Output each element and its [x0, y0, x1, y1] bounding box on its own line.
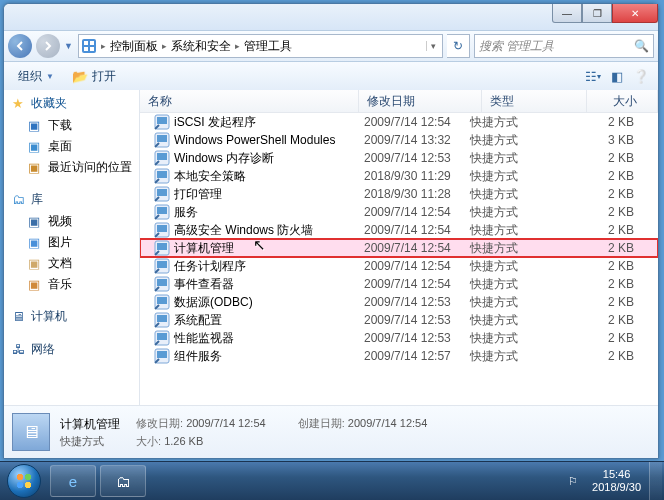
- toolbar: 组织▼ 📂 打开 ☷▾ ◧ ❔: [4, 62, 658, 91]
- taskbar[interactable]: e 🗂 ⚐ 15:46 2018/9/30: [0, 461, 664, 500]
- shortcut-icon: [154, 240, 170, 256]
- breadcrumb-item[interactable]: 控制面板: [110, 38, 158, 55]
- documents-icon: ▣: [26, 256, 42, 272]
- organize-button[interactable]: 组织▼: [10, 65, 62, 88]
- sidebar-item[interactable]: ▣文档: [4, 253, 139, 274]
- col-name[interactable]: 名称: [140, 90, 359, 112]
- computer-icon: 🖥: [10, 309, 26, 325]
- details-icon: 🖥: [12, 413, 50, 451]
- sidebar-item[interactable]: ▣下载: [4, 115, 139, 136]
- svg-rect-8: [157, 135, 167, 142]
- breadcrumb-item[interactable]: 系统和安全: [171, 38, 231, 55]
- network-icon: 🖧: [10, 342, 26, 358]
- forward-button[interactable]: [36, 34, 60, 58]
- svg-rect-28: [157, 315, 167, 322]
- col-size[interactable]: 大小: [587, 90, 658, 112]
- help-button[interactable]: ❔: [630, 65, 652, 87]
- file-row[interactable]: Windows PowerShell Modules2009/7/14 13:3…: [140, 131, 658, 149]
- breadcrumb-item[interactable]: 管理工具: [244, 38, 292, 55]
- sidebar: ★ 收藏夹 ▣下载▣桌面▣最近访问的位置 🗂 库 ▣视频▣图片▣文档▣音乐 🖥 …: [4, 90, 140, 412]
- download-icon: ▣: [26, 118, 42, 134]
- open-button[interactable]: 📂 打开: [64, 65, 124, 88]
- view-options-button[interactable]: ☷▾: [582, 65, 604, 87]
- maximize-button[interactable]: ❐: [582, 4, 612, 23]
- svg-rect-32: [157, 351, 167, 358]
- minimize-button[interactable]: —: [552, 4, 582, 23]
- file-row[interactable]: 打印管理2018/9/30 11:28快捷方式2 KB: [140, 185, 658, 203]
- address-bar[interactable]: ▸ 控制面板 ▸ 系统和安全 ▸ 管理工具 ▾: [78, 34, 443, 58]
- file-row[interactable]: 计算机管理2009/7/14 12:54快捷方式2 KB: [140, 239, 658, 257]
- search-icon[interactable]: 🔍: [634, 39, 649, 53]
- svg-rect-10: [157, 153, 167, 160]
- shortcut-icon: [154, 114, 170, 130]
- open-icon: 📂: [72, 68, 88, 84]
- svg-rect-16: [157, 207, 167, 214]
- shortcut-icon: [154, 330, 170, 346]
- file-row[interactable]: 组件服务2009/7/14 12:57快捷方式2 KB: [140, 347, 658, 365]
- file-row[interactable]: 性能监视器2009/7/14 12:53快捷方式2 KB: [140, 329, 658, 347]
- pictures-icon: ▣: [26, 235, 42, 251]
- file-row[interactable]: 任务计划程序2009/7/14 12:54快捷方式2 KB: [140, 257, 658, 275]
- nav-history-dropdown[interactable]: ▼: [64, 41, 74, 51]
- file-row[interactable]: 本地安全策略2018/9/30 11:29快捷方式2 KB: [140, 167, 658, 185]
- sidebar-network[interactable]: 🖧 网络: [4, 338, 139, 361]
- sidebar-item[interactable]: ▣音乐: [4, 274, 139, 295]
- svg-rect-26: [157, 297, 167, 304]
- start-button[interactable]: [0, 462, 48, 500]
- col-type[interactable]: 类型: [482, 90, 587, 112]
- taskbar-ie[interactable]: e: [50, 465, 96, 497]
- sidebar-item[interactable]: ▣视频: [4, 211, 139, 232]
- details-type: 快捷方式: [60, 434, 120, 449]
- taskbar-explorer[interactable]: 🗂: [100, 465, 146, 497]
- close-button[interactable]: ✕: [612, 4, 658, 23]
- nav-bar: ▼ ▸ 控制面板 ▸ 系统和安全 ▸ 管理工具 ▾ ↻ 搜索 管理工具 🔍: [4, 31, 658, 62]
- search-input[interactable]: 搜索 管理工具 🔍: [474, 34, 654, 58]
- shortcut-icon: [154, 258, 170, 274]
- titlebar[interactable]: — ❐ ✕: [4, 4, 658, 31]
- address-dropdown[interactable]: ▾: [426, 41, 440, 51]
- favorites-icon: ★: [10, 96, 26, 112]
- tray-flag-icon[interactable]: ⚐: [562, 475, 584, 488]
- details-pane: 🖥 计算机管理 修改日期: 2009/7/14 12:54 创建日期: 2009…: [4, 405, 658, 458]
- sidebar-favorites-header[interactable]: ★ 收藏夹: [4, 92, 139, 115]
- desktop-icon: ▣: [26, 139, 42, 155]
- show-desktop-button[interactable]: [649, 462, 662, 500]
- sidebar-item[interactable]: ▣图片: [4, 232, 139, 253]
- preview-pane-button[interactable]: ◧: [606, 65, 628, 87]
- svg-rect-30: [157, 333, 167, 340]
- shortcut-icon: [154, 150, 170, 166]
- file-row[interactable]: 系统配置2009/7/14 12:53快捷方式2 KB: [140, 311, 658, 329]
- shortcut-icon: [154, 348, 170, 364]
- file-row[interactable]: 事件查看器2009/7/14 12:54快捷方式2 KB: [140, 275, 658, 293]
- file-row[interactable]: Windows 内存诊断2009/7/14 12:53快捷方式2 KB: [140, 149, 658, 167]
- svg-rect-14: [157, 189, 167, 196]
- file-list: 名称 修改日期 类型 大小 iSCSI 发起程序2009/7/14 12:54快…: [140, 90, 658, 412]
- back-button[interactable]: [8, 34, 32, 58]
- svg-rect-3: [84, 47, 88, 51]
- sidebar-item[interactable]: ▣最近访问的位置: [4, 157, 139, 178]
- svg-rect-4: [90, 47, 94, 51]
- svg-rect-24: [157, 279, 167, 286]
- shortcut-icon: [154, 132, 170, 148]
- explorer-window: — ❐ ✕ ▼ ▸ 控制面板 ▸ 系统和安全 ▸ 管理工具 ▾ ↻ 搜索 管理工…: [3, 3, 659, 459]
- sidebar-computer[interactable]: 🖥 计算机: [4, 305, 139, 328]
- shortcut-icon: [154, 204, 170, 220]
- control-panel-icon: [81, 38, 97, 54]
- sidebar-libraries-header[interactable]: 🗂 库: [4, 188, 139, 211]
- svg-rect-12: [157, 171, 167, 178]
- sidebar-item[interactable]: ▣桌面: [4, 136, 139, 157]
- file-row[interactable]: 数据源(ODBC)2009/7/14 12:53快捷方式2 KB: [140, 293, 658, 311]
- tray-clock[interactable]: 15:46 2018/9/30: [584, 468, 649, 494]
- music-icon: ▣: [26, 277, 42, 293]
- shortcut-icon: [154, 168, 170, 184]
- file-row[interactable]: 服务2009/7/14 12:54快捷方式2 KB: [140, 203, 658, 221]
- shortcut-icon: [154, 186, 170, 202]
- file-row[interactable]: iSCSI 发起程序2009/7/14 12:54快捷方式2 KB: [140, 113, 658, 131]
- file-row[interactable]: 高级安全 Windows 防火墙2009/7/14 12:54快捷方式2 KB: [140, 221, 658, 239]
- col-date[interactable]: 修改日期: [359, 90, 482, 112]
- refresh-button[interactable]: ↻: [447, 34, 470, 58]
- column-headers[interactable]: 名称 修改日期 类型 大小: [140, 90, 658, 113]
- search-placeholder: 搜索 管理工具: [479, 38, 554, 55]
- svg-rect-20: [157, 243, 167, 250]
- system-tray[interactable]: ⚐ 15:46 2018/9/30: [562, 462, 664, 500]
